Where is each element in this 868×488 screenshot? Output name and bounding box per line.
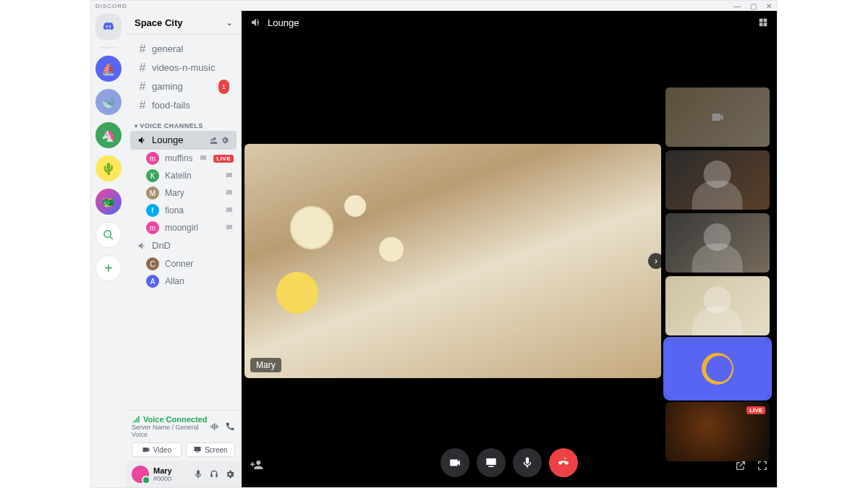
user-panel: Mary #0000 (126, 461, 241, 487)
hash-icon: # (137, 80, 148, 94)
mute-icon[interactable] (193, 469, 203, 479)
toggle-mic-button[interactable] (513, 448, 542, 477)
signal-icon (132, 415, 140, 424)
voice-channel-dnd[interactable]: DnD (130, 236, 237, 255)
voice-member-moongirl[interactable]: mmoongirl (126, 219, 241, 236)
camera-icon (448, 456, 461, 469)
voice-location: Server Name / General Voice (132, 424, 209, 438)
hangup-icon (557, 456, 570, 469)
server-icon-3[interactable]: 🦄 (95, 122, 122, 148)
text-channel-general[interactable]: #general (130, 40, 237, 59)
avatar: K (146, 169, 159, 182)
text-channel-videos-n-music[interactable]: #videos-n-music (130, 59, 237, 77)
server-name: Space City (135, 17, 182, 28)
call-header: Lounge (242, 11, 777, 34)
server-icon-1[interactable]: ⛵ (95, 56, 122, 82)
avatar: M (146, 187, 159, 200)
app-window: DISCORD — ▢ ✕ ⛵ 🐋 🦄 🌵 🐲 + Space (90, 0, 778, 488)
window-maximize-button[interactable]: ▢ (750, 2, 757, 10)
share-screen-button[interactable] (477, 448, 506, 477)
rail-separator (100, 47, 117, 48)
chat-icon (199, 154, 208, 163)
deafen-icon[interactable] (209, 469, 219, 479)
voice-member-mary[interactable]: MMary (126, 184, 241, 202)
call-channel-name: Lounge (268, 17, 299, 28)
live-badge: LIVE (746, 406, 765, 414)
fullscreen-button[interactable] (757, 460, 768, 471)
participant-thumb-2[interactable] (665, 150, 770, 210)
server-icon-2[interactable]: 🐋 (95, 89, 122, 115)
app-name: DISCORD (95, 3, 127, 9)
unread-badge: 1 (218, 80, 229, 94)
chevron-down-icon: ⌄ (226, 19, 232, 27)
next-video-button[interactable]: › (648, 253, 661, 269)
chat-icon (225, 206, 234, 215)
avatar: A (146, 275, 159, 288)
avatar: C (146, 257, 159, 270)
screen-icon (485, 456, 498, 469)
add-server-button[interactable]: + (95, 255, 122, 281)
user-name: Mary (153, 466, 172, 475)
server-header[interactable]: Space City ⌄ (126, 11, 241, 34)
screen-icon (193, 445, 202, 454)
participant-thumb-4[interactable] (665, 276, 770, 335)
channel-list: #general #videos-n-music #gaming1 #food-… (126, 34, 241, 410)
popout-button[interactable] (735, 460, 746, 471)
server-icon-5[interactable]: 🐲 (95, 189, 122, 215)
user-avatar[interactable] (132, 466, 149, 483)
text-channel-food-fails[interactable]: #food-fails (130, 96, 237, 115)
avatar: f (146, 204, 159, 217)
call-area: Lounge Mary › LIVE (242, 11, 777, 487)
explore-servers-button[interactable] (95, 222, 122, 248)
toggle-camera-button[interactable] (441, 448, 469, 477)
user-tag: #0000 (153, 475, 172, 482)
mic-icon (521, 456, 534, 469)
voice-status: Voice Connected (132, 415, 209, 424)
participant-thumb-5[interactable] (665, 339, 770, 398)
avatar: m (146, 221, 159, 234)
main-video: Mary › (244, 37, 661, 484)
window-minimize-button[interactable]: — (733, 2, 741, 10)
screen-share-button[interactable]: Screen (186, 442, 236, 457)
discord-logo-icon (101, 21, 116, 33)
chat-icon (225, 223, 234, 232)
gear-icon[interactable] (221, 136, 229, 145)
hash-icon: # (137, 98, 148, 113)
participant-thumb-3[interactable] (665, 213, 770, 273)
titlebar: DISCORD — ▢ ✕ (91, 1, 777, 11)
search-icon (103, 229, 114, 241)
participant-thumb-1[interactable] (665, 87, 770, 147)
chat-icon (225, 171, 234, 180)
voice-member-muffins[interactable]: mmuffinsLIVE (126, 150, 241, 167)
voice-member-conner[interactable]: CConner (126, 255, 241, 273)
hash-icon: # (137, 42, 148, 56)
window-close-button[interactable]: ✕ (766, 2, 773, 10)
disconnect-icon[interactable] (225, 421, 235, 432)
voice-category-header[interactable]: VOICE CHANNELS (126, 115, 241, 131)
invite-icon[interactable] (209, 136, 218, 145)
grid-view-button[interactable] (758, 17, 768, 27)
channel-sidebar: Space City ⌄ #general #videos-n-music #g… (126, 11, 242, 487)
speaker-name-tag: Mary (250, 358, 281, 372)
avatar-blob (702, 353, 733, 385)
home-button[interactable] (95, 14, 122, 40)
avatar: m (146, 152, 159, 165)
speaker-icon (137, 135, 148, 145)
chat-icon (225, 189, 234, 197)
hash-icon: # (137, 61, 148, 75)
camera-off-icon (710, 110, 725, 124)
voice-member-allan[interactable]: AAllan (126, 273, 241, 290)
voice-member-fiona[interactable]: ffiona (126, 202, 241, 219)
voice-channel-lounge[interactable]: Lounge (130, 131, 237, 150)
text-channel-gaming[interactable]: #gaming1 (130, 77, 237, 96)
server-icon-4[interactable]: 🌵 (95, 155, 122, 181)
main-video-frame[interactable]: Mary › (244, 144, 661, 378)
voice-member-katelin[interactable]: KKatelin (126, 167, 241, 184)
leave-call-button[interactable] (549, 448, 578, 477)
video-toggle-button[interactable]: Video (132, 442, 182, 457)
live-badge: LIVE (213, 155, 234, 163)
noise-suppression-icon[interactable] (209, 421, 219, 432)
camera-icon (142, 445, 150, 454)
settings-icon[interactable] (225, 469, 235, 479)
speaker-icon (250, 17, 262, 28)
